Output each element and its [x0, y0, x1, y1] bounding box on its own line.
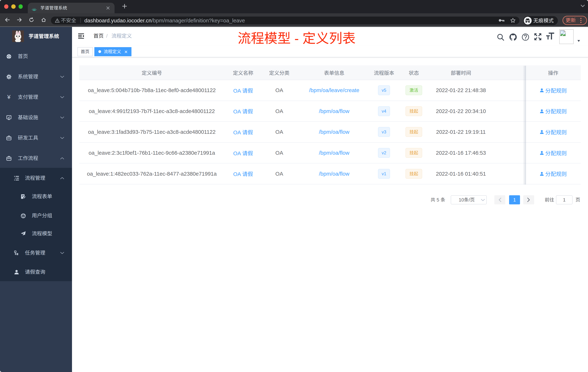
svg-text:¥: ¥	[7, 95, 10, 100]
